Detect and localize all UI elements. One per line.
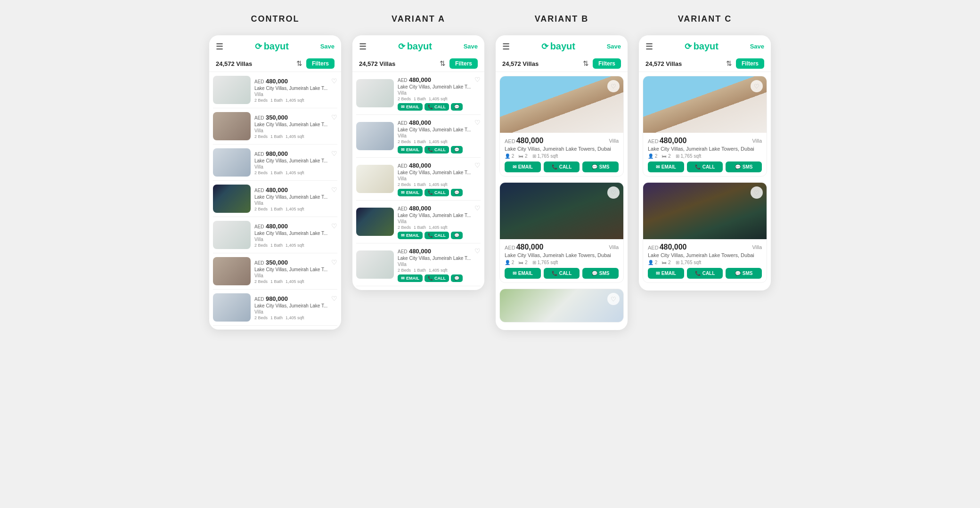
email-button[interactable]: ✉ EMAIL: [505, 268, 541, 279]
favorite-icon[interactable]: ♡: [474, 161, 481, 169]
listing-name: Lake City Villas, Jumeirah Lake T...: [398, 84, 481, 89]
sms-button[interactable]: 💬 SMS: [582, 268, 619, 279]
listing-meta: 2 Beds1 Bath1,405 sqft: [254, 134, 337, 139]
listing-item: AED 350,000 ♡ Lake City Villas, Jumeirah…: [213, 108, 337, 145]
save-button[interactable]: Save: [607, 43, 621, 50]
hamburger-icon[interactable]: ☰: [359, 41, 367, 52]
variant-b-phone-frame: ☰ ⟳ bayut Save 24,572 Villas ⇅ Filters: [496, 35, 628, 330]
favorite-icon[interactable]: ♡: [331, 150, 337, 157]
beds-info: 🛏 2: [662, 260, 670, 265]
hamburger-icon[interactable]: ☰: [502, 41, 510, 52]
call-button[interactable]: 📞 CALL: [425, 274, 449, 282]
save-button[interactable]: Save: [750, 43, 764, 50]
email-button[interactable]: ✉ EMAIL: [398, 103, 423, 111]
listing-price: AED 350,000: [254, 114, 288, 121]
listing-price: AED 350,000: [254, 259, 288, 266]
call-button[interactable]: 📞 CALL: [425, 232, 449, 239]
listing-thumbnail: [356, 250, 394, 279]
filter-bar: 24,572 Villas ⇅ Filters: [209, 56, 341, 72]
listing-name: Lake City Villas, Jumeirah Lake T...: [254, 86, 337, 91]
results-count: 24,572 Villas: [359, 60, 395, 67]
phone-icon: 📞: [695, 271, 701, 276]
email-button[interactable]: ✉ EMAIL: [398, 274, 423, 282]
call-button[interactable]: 📞 CALL: [544, 161, 580, 172]
sms-button[interactable]: 💬 SMS: [726, 161, 762, 172]
favorite-icon[interactable]: ♡: [474, 204, 481, 212]
listing-thumbnail: [356, 79, 394, 107]
favorite-icon[interactable]: ♡: [751, 80, 763, 92]
favorite-icon[interactable]: ♡: [751, 186, 763, 199]
call-button[interactable]: 📞 CALL: [687, 161, 723, 172]
listing-thumbnail: [213, 293, 251, 322]
call-button[interactable]: 📞 CALL: [425, 189, 449, 196]
sort-icon[interactable]: ⇅: [440, 59, 446, 68]
sms-icon: 💬: [454, 190, 459, 195]
filters-button[interactable]: Filters: [736, 58, 764, 69]
area-info: ⊞ 1,765 sqft: [532, 260, 558, 265]
sms-button[interactable]: 💬: [451, 103, 463, 111]
sms-button[interactable]: 💬 SMS: [726, 268, 762, 279]
call-button[interactable]: 📞 CALL: [544, 268, 580, 279]
call-button[interactable]: 📞 CALL: [425, 103, 449, 111]
favorite-icon[interactable]: ♡: [474, 247, 481, 255]
phone-icon: 📞: [428, 105, 433, 109]
listing-type: Villa: [254, 128, 337, 133]
listing-type: Villa: [254, 201, 337, 206]
listing-info: AED 480,000 ♡ Lake City Villas, Jumeirah…: [398, 247, 481, 282]
variant-a-header: ☰ ⟳ bayut Save: [352, 35, 484, 56]
sms-button[interactable]: 💬: [451, 146, 463, 153]
favorite-icon[interactable]: ♡: [331, 113, 337, 121]
listing-price: AED 480,000: [398, 162, 431, 169]
sms-button[interactable]: 💬: [451, 274, 463, 282]
email-button[interactable]: ✉ EMAIL: [648, 161, 684, 172]
email-button[interactable]: ✉ EMAIL: [648, 268, 684, 279]
listing-info: AED 480,000 ♡ Lake City Villas, Jumeirah…: [254, 222, 337, 248]
sort-icon[interactable]: ⇅: [296, 59, 302, 68]
save-button[interactable]: Save: [464, 43, 478, 50]
listing-info: AED 350,000 ♡ Lake City Villas, Jumeirah…: [254, 113, 337, 139]
call-button[interactable]: 📞 CALL: [687, 268, 723, 279]
property-type: Villa: [609, 138, 619, 144]
email-icon: ✉: [656, 271, 660, 276]
favorite-icon[interactable]: ♡: [331, 222, 337, 230]
sort-icon[interactable]: ⇅: [726, 59, 732, 68]
sms-button[interactable]: 💬: [451, 189, 463, 196]
sms-icon: 💬: [735, 164, 741, 169]
filters-button[interactable]: Filters: [306, 58, 335, 69]
variant-b-column: VARIANT B ☰ ⟳ bayut Save 24,572 Villas ⇅…: [496, 14, 628, 330]
listing-thumbnail: [213, 257, 251, 285]
listing-item: AED 480,000 ♡ Lake City Villas, Jumeirah…: [356, 201, 481, 243]
call-button[interactable]: 📞 CALL: [425, 146, 449, 153]
email-icon: ✉: [656, 164, 660, 169]
favorite-icon[interactable]: ♡: [474, 76, 481, 83]
favorite-icon[interactable]: ♡: [607, 293, 620, 305]
favorite-icon[interactable]: ♡: [331, 77, 337, 85]
sms-icon: 💬: [735, 271, 741, 276]
listing-item: AED 480,000 ♡ Lake City Villas, Jumeirah…: [213, 181, 337, 217]
card-action-buttons: ✉ EMAIL 📞 CALL 💬 SMS: [505, 161, 619, 172]
variant-c-header: ☰ ⟳ bayut Save: [639, 35, 771, 56]
phone-icon: 📞: [552, 164, 557, 169]
favorite-icon[interactable]: ♡: [331, 258, 337, 266]
hamburger-icon[interactable]: ☰: [645, 41, 653, 52]
favorite-icon[interactable]: ♡: [331, 295, 337, 302]
save-button[interactable]: Save: [320, 43, 335, 50]
favorite-icon[interactable]: ♡: [474, 119, 481, 126]
email-button[interactable]: ✉ EMAIL: [398, 146, 423, 153]
email-button[interactable]: ✉ EMAIL: [398, 232, 423, 239]
filters-button[interactable]: Filters: [593, 58, 621, 69]
favorite-icon[interactable]: ♡: [607, 186, 620, 199]
email-button[interactable]: ✉ EMAIL: [505, 161, 541, 172]
sms-button[interactable]: 💬: [451, 232, 463, 239]
favorite-icon[interactable]: ♡: [331, 186, 337, 194]
email-button[interactable]: ✉ EMAIL: [398, 189, 423, 196]
sms-button[interactable]: 💬 SMS: [582, 161, 619, 172]
variant-b-header: ☰ ⟳ bayut Save: [496, 35, 628, 56]
filters-button[interactable]: Filters: [449, 58, 478, 69]
results-count: 24,572 Villas: [216, 60, 252, 67]
listing-name: Lake City Villas, Jumeirah Lake T...: [254, 267, 337, 272]
listing-type: Villa: [254, 237, 337, 242]
hamburger-icon[interactable]: ☰: [216, 41, 223, 52]
sort-icon[interactable]: ⇅: [583, 59, 589, 68]
favorite-icon[interactable]: ♡: [607, 80, 620, 92]
